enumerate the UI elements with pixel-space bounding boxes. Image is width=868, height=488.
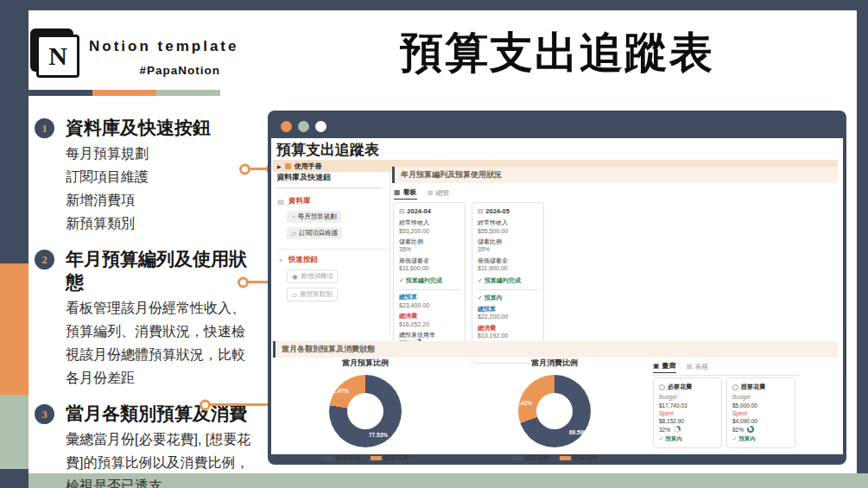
donut-plot: 69.59%30.41% bbox=[518, 375, 591, 447]
month-card-title: ⊟2024-05 bbox=[478, 207, 538, 216]
annotation-heading-row: 1資料庫及快速按鈕 bbox=[35, 116, 254, 139]
database-item-label: 每月預算規劃 bbox=[298, 212, 337, 221]
annotation-item: 2年月預算編列及使用狀態看板管理該月份經常性收入、預算編列、消費狀況，快速檢視該… bbox=[35, 247, 254, 390]
table-icon: ⊞ bbox=[687, 363, 693, 371]
spent-label: Spent bbox=[659, 409, 716, 417]
brand-title: Notion template bbox=[89, 38, 238, 55]
chart-legend: 必要花費想要花費 bbox=[296, 453, 434, 462]
tab-畫廊[interactable]: ▣畫廊 bbox=[653, 361, 676, 373]
toggle-arrow-icon[interactable]: ▶ bbox=[277, 163, 282, 169]
card-field-label: 經常性收入 bbox=[478, 219, 538, 226]
card-field-label: 最低儲蓄金 bbox=[478, 257, 538, 264]
chart-title: 當月消費比例 bbox=[485, 358, 624, 369]
card-field-label: 經常性收入 bbox=[399, 219, 459, 226]
quick-section-label[interactable]: 快速按鈕 bbox=[288, 255, 318, 265]
card-field-label: 總預算使用率 bbox=[399, 331, 459, 339]
category-section-header: 當月各類別預算及消費狀態 bbox=[273, 341, 838, 358]
tab-label: 總覽 bbox=[435, 188, 449, 198]
category-card[interactable]: 想要花費Budget$5,000.00Spent$4,090.0082%✓ 預算… bbox=[726, 377, 795, 448]
quick-section-row[interactable]: + 快速按鈕 bbox=[276, 255, 390, 265]
month-card[interactable]: ⊟2024-04經常性收入$53,200.00儲蓄比例35%最低儲蓄金$11,6… bbox=[393, 202, 466, 352]
target-icon bbox=[732, 384, 738, 390]
legend-swatch bbox=[511, 456, 523, 460]
annotation-text: 彙總當月份[必要花費], [想要花費]的預算比例以及消費比例，檢視是否已透支 bbox=[66, 428, 254, 488]
window-dot-minimize[interactable] bbox=[298, 121, 309, 132]
calendar-icon: ⊟ bbox=[478, 207, 483, 216]
pie-percent-label: 69.59% bbox=[569, 429, 588, 435]
brand-divider-bar bbox=[29, 90, 220, 96]
card-field-label: 總預算 bbox=[478, 305, 538, 313]
legend-label: 想要花費 bbox=[384, 453, 409, 462]
annotation-heading-row: 2年月預算編列及使用狀態 bbox=[35, 247, 254, 294]
month-card[interactable]: ⊟2024-05經常性收入$55,500.00儲蓄比例35%最低儲蓄金$11,9… bbox=[472, 202, 544, 364]
overview-icon: ⊞ bbox=[428, 189, 434, 197]
annotation-number-badge: 1 bbox=[35, 118, 54, 138]
card-field-label: 總消費 bbox=[399, 312, 459, 320]
tab-看板[interactable]: ▦看板 bbox=[394, 187, 417, 200]
brand-hashtag: #PapaNotion bbox=[89, 64, 220, 77]
card-status-badge: ✓ 預算內 bbox=[478, 294, 538, 301]
legend-item: 想要花費 bbox=[560, 453, 598, 462]
book-icon bbox=[285, 163, 291, 169]
database-icon: ▤ bbox=[276, 198, 285, 206]
sidebar-header: 資料庫及快速鈕 bbox=[276, 169, 382, 188]
tab-總覽[interactable]: ⊞總覽 bbox=[428, 187, 450, 200]
window-dot-expand[interactable] bbox=[315, 121, 326, 132]
target-icon bbox=[659, 384, 665, 390]
usage-percent: 82% bbox=[732, 426, 789, 434]
card-field-label: 儲蓄比例 bbox=[478, 238, 538, 245]
legend-item: 必要花費 bbox=[322, 453, 360, 462]
month-card-date: 2024-04 bbox=[407, 207, 431, 216]
left-color-strip-bottom bbox=[0, 469, 29, 488]
card-field-value: $22,200.00 bbox=[478, 313, 538, 320]
plus-icon: + bbox=[276, 257, 285, 264]
database-item-label: 訂閱項目維護 bbox=[299, 229, 338, 238]
annotation-heading: 年月預算編列及使用狀態 bbox=[66, 247, 254, 294]
annotation-text: 每月預算規劃 訂閱項目維護 新增消費項 新預算類別 bbox=[66, 142, 254, 235]
quick-button[interactable]: ◉新增消費項 bbox=[287, 269, 338, 283]
month-card-date: 2024-05 bbox=[485, 207, 510, 216]
card-field-value: $53,200.00 bbox=[399, 227, 459, 235]
card-field-label: 儲蓄比例 bbox=[399, 238, 459, 245]
tab-表格[interactable]: ⊞表格 bbox=[687, 361, 709, 373]
quick-button[interactable]: ▱新預算類別 bbox=[287, 288, 338, 301]
calendar-icon: ⊟ bbox=[399, 207, 404, 216]
divider-segment-sage bbox=[156, 90, 220, 96]
tag-icon: ▱ bbox=[292, 291, 297, 299]
category-card[interactable]: 必要花費Budget$17,740.03Spent$8,152.9032%✓ 預… bbox=[653, 377, 722, 448]
quick-button-section: + 快速按鈕 ◉新增消費項▱新預算類別 bbox=[276, 249, 390, 301]
divider-segment-navy bbox=[29, 90, 92, 96]
database-section-label[interactable]: 資料庫 bbox=[288, 196, 311, 206]
budget-label: Budget bbox=[659, 393, 716, 401]
card-status-badge: ✓ 預算內 bbox=[659, 434, 716, 442]
notion-logo: N bbox=[36, 35, 79, 78]
annotation-item: 1資料庫及快速按鈕每月預算規劃 訂閱項目維護 新增消費項 新預算類別 bbox=[35, 116, 254, 235]
category-card-title: 必要花費 bbox=[659, 383, 716, 391]
tab-label: 畫廊 bbox=[662, 361, 676, 371]
database-item-button[interactable]: ▱訂閱項目維護 bbox=[287, 227, 342, 239]
window-titlebar bbox=[271, 114, 843, 138]
budget-pie-chart: 當月預算比例77.53%22.47%必要花費想要花費 bbox=[296, 358, 434, 462]
notion-window: 預算支出追蹤表 ▶ 使用手冊 資料庫及快速鈕 ▤ 資料庫 ◔每月預算規劃▱訂閱項… bbox=[268, 111, 846, 465]
left-color-strip-navy bbox=[0, 0, 29, 263]
database-item-button[interactable]: ◔每月預算規劃 bbox=[287, 211, 341, 223]
tab-label: 表格 bbox=[694, 362, 708, 371]
annotation-number-badge: 3 bbox=[35, 404, 54, 424]
tag-icon: ▱ bbox=[291, 230, 296, 238]
annotation-text: 看板管理該月份經常性收入、預算編列、消費狀況，快速檢視該月份總體預算狀況，比較各… bbox=[66, 296, 254, 390]
legend-label: 必要花費 bbox=[336, 453, 360, 462]
pie-percent-label: 22.47% bbox=[330, 388, 349, 394]
window-dot-close[interactable] bbox=[281, 121, 292, 132]
gallery-view-tabs: ▣畫廊⊞表格 bbox=[653, 361, 800, 376]
annotation-item: 3當月各類別預算及消費彙總當月份[必要花費], [想要花費]的預算比例以及消費比… bbox=[35, 402, 254, 488]
legend-swatch bbox=[371, 456, 382, 460]
month-card-title: ⊟2024-04 bbox=[399, 207, 459, 216]
legend-label: 必要花費 bbox=[525, 453, 549, 462]
card-field-value: $13,192.00 bbox=[478, 332, 538, 339]
database-section-row[interactable]: ▤ 資料庫 bbox=[276, 196, 390, 206]
budget-value: $17,740.03 bbox=[659, 402, 716, 409]
quick-button-list: ◉新增消費項▱新預算類別 bbox=[276, 269, 390, 301]
hero-title: 預算支出追蹤表 bbox=[268, 24, 846, 82]
card-field-value: $23,400.00 bbox=[399, 301, 459, 309]
bell-icon: ◉ bbox=[292, 273, 298, 281]
